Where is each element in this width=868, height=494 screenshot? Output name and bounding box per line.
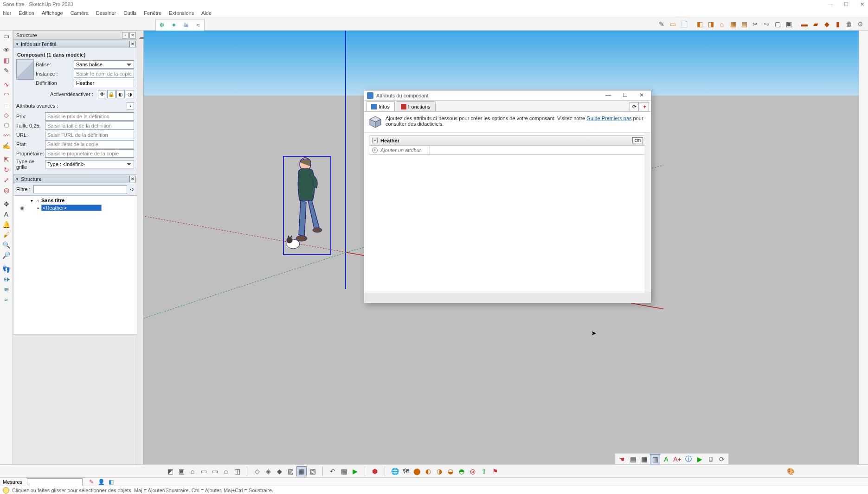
dialog-close-icon[interactable]: ✕ bbox=[633, 90, 650, 100]
pencil-icon[interactable]: ✎ bbox=[656, 19, 667, 29]
wall-orange-icon[interactable]: ▮ bbox=[833, 19, 843, 29]
pen-icon[interactable]: ✍ bbox=[1, 141, 12, 150]
dialog-settings-icon[interactable]: ✦ bbox=[640, 102, 649, 111]
geo-icon[interactable]: 🌐 bbox=[390, 466, 400, 476]
dc-refresh-icon[interactable]: ⟳ bbox=[717, 454, 727, 464]
mirror-icon[interactable]: ⇋ bbox=[761, 19, 772, 29]
eraser-icon[interactable]: ◧ bbox=[1, 56, 12, 65]
walk-icon[interactable]: 👣 bbox=[1, 264, 12, 274]
xray-icon[interactable]: ▧ bbox=[308, 466, 318, 476]
taille-input[interactable] bbox=[45, 122, 134, 130]
mes-pencil-icon[interactable]: ✎ bbox=[87, 478, 96, 486]
tray-pin-icon[interactable]: ▫ bbox=[122, 32, 129, 38]
outliner-tree[interactable]: ▾ ⌂ Sans titre ◉ ▪ <Heather> bbox=[13, 195, 137, 334]
grid-select[interactable]: Type : <indéfini> bbox=[45, 160, 134, 168]
solid-trim-icon[interactable]: ◒ bbox=[445, 466, 456, 476]
scale-icon[interactable]: ⤢ bbox=[1, 175, 12, 185]
solid-subtract-icon[interactable]: ◐ bbox=[423, 466, 433, 476]
mes-eraser-icon[interactable]: ◧ bbox=[107, 478, 115, 486]
page-icon[interactable]: 📄 bbox=[679, 19, 689, 29]
dc-selected-icon[interactable]: ▥ bbox=[650, 454, 660, 464]
pencil2-icon[interactable]: ✎ bbox=[1, 66, 12, 75]
dialog-info-link[interactable]: Guide Premiers pas bbox=[586, 115, 631, 121]
dialog-component-header[interactable]: – Heather cm bbox=[369, 135, 646, 146]
dialog-titlebar[interactable]: Attributs du composant — ☐ ✕ bbox=[364, 90, 651, 101]
target-icon[interactable]: ◎ bbox=[468, 466, 478, 476]
stack-orange-icon[interactable]: ▰ bbox=[810, 19, 821, 29]
window-maximize-icon[interactable]: ☐ bbox=[843, 1, 849, 7]
sandbox-stamp-icon[interactable]: ≈ bbox=[193, 20, 203, 30]
panel-entity-close-icon[interactable]: ✕ bbox=[129, 41, 136, 47]
layers-icon[interactable]: ≣ bbox=[1, 100, 12, 109]
toggle-visible-icon[interactable]: 👁 bbox=[98, 90, 106, 98]
dc-info-icon[interactable]: ⓘ bbox=[683, 454, 694, 464]
tray-title[interactable]: Structure ▫ ✕ bbox=[13, 31, 137, 40]
geo2-icon[interactable]: 🗺 bbox=[401, 466, 411, 476]
crop2-icon[interactable]: ▣ bbox=[784, 19, 794, 29]
solid-split-icon[interactable]: ◓ bbox=[457, 466, 467, 476]
solid-union-icon[interactable]: ⬤ bbox=[412, 466, 422, 476]
paint-icon[interactable]: 🖌 bbox=[1, 230, 12, 239]
text-icon[interactable]: A bbox=[1, 210, 12, 219]
measurements-input[interactable] bbox=[27, 478, 83, 485]
menu-affichage[interactable]: Affichage bbox=[42, 10, 63, 16]
curve-icon[interactable]: 〰 bbox=[1, 131, 12, 140]
trash-icon[interactable]: 🗑 bbox=[844, 19, 854, 29]
tree-root-row[interactable]: ▾ ⌂ Sans titre bbox=[13, 197, 137, 204]
move-cross-icon[interactable]: ✥ bbox=[1, 199, 12, 209]
solid-intersect-icon[interactable]: ◑ bbox=[434, 466, 444, 476]
crop-icon[interactable]: ▢ bbox=[772, 19, 783, 29]
sandbox-smoove-icon[interactable]: ≋ bbox=[181, 20, 191, 30]
shaded-icon[interactable]: ◆ bbox=[274, 466, 284, 476]
add-attribute-row[interactable]: + Ajouter un attribut bbox=[369, 146, 646, 155]
viewport-3d[interactable]: ➤ Attributs du composant — ☐ ✕ Infos Fon… bbox=[144, 31, 859, 477]
folder-orange-icon[interactable]: ▤ bbox=[739, 19, 749, 29]
box-orange-icon[interactable]: ◧ bbox=[694, 19, 705, 29]
pushpull-icon[interactable]: ⇱ bbox=[1, 155, 12, 164]
select-icon[interactable]: ▭ bbox=[1, 32, 12, 41]
dc-play-icon[interactable]: ▶ bbox=[694, 454, 705, 464]
dialog-refresh-icon[interactable]: ⟳ bbox=[630, 102, 639, 111]
sound-icon[interactable]: 🕪 bbox=[1, 275, 12, 284]
scenes-icon[interactable]: ▤ bbox=[339, 466, 349, 476]
left-icon[interactable]: ⌂ bbox=[221, 466, 231, 476]
panel-entity-info-header[interactable]: Infos sur l'entité ✕ bbox=[13, 40, 137, 48]
book-orange-icon[interactable]: ▬ bbox=[799, 19, 810, 29]
cube-orange-icon[interactable]: ◨ bbox=[706, 19, 716, 29]
upload-icon[interactable]: ⇧ bbox=[479, 466, 489, 476]
top-icon[interactable]: ▣ bbox=[176, 466, 186, 476]
menu-outils[interactable]: Outils bbox=[123, 10, 136, 16]
warehouse-icon[interactable]: ⬢ bbox=[370, 466, 380, 476]
collapse-icon[interactable]: – bbox=[372, 138, 378, 143]
mono-icon[interactable]: ▦ bbox=[296, 466, 307, 476]
tray-scrollbar[interactable] bbox=[137, 31, 143, 477]
dialog-scrollbar[interactable] bbox=[644, 133, 651, 293]
dc-options-icon[interactable]: ▤ bbox=[628, 454, 638, 464]
proprietaire-input[interactable] bbox=[45, 149, 134, 158]
etat-input[interactable] bbox=[45, 140, 134, 148]
filter-arrow-icon[interactable]: ➪ bbox=[130, 186, 134, 192]
prev-scene-icon[interactable]: ↶ bbox=[328, 466, 338, 476]
menu-dessiner[interactable]: Dessiner bbox=[96, 10, 116, 16]
definition-input[interactable] bbox=[74, 79, 134, 87]
window-close-icon[interactable]: ✕ bbox=[859, 1, 865, 7]
panel-structure-header[interactable]: Structure ✕ bbox=[13, 175, 137, 183]
bell-icon[interactable]: 🔔 bbox=[1, 220, 12, 229]
menu-fenetre[interactable]: Fenêtre bbox=[144, 10, 161, 16]
hidden-icon[interactable]: ◈ bbox=[263, 466, 273, 476]
menu-aide[interactable]: Aide bbox=[201, 10, 212, 16]
window-minimize-icon[interactable]: — bbox=[827, 1, 834, 7]
sandbox-contours-icon[interactable]: ❄ bbox=[157, 20, 167, 30]
sandbox-scratch-icon[interactable]: ✦ bbox=[169, 20, 179, 30]
shaded-tex-icon[interactable]: ▨ bbox=[285, 466, 296, 476]
house-orange-icon[interactable]: ⌂ bbox=[717, 19, 727, 29]
unit-badge[interactable]: cm bbox=[632, 137, 643, 143]
advanced-toggle-icon[interactable]: ▪ bbox=[127, 102, 134, 109]
dc-text-icon[interactable]: A bbox=[661, 454, 671, 464]
panel-structure-close-icon[interactable]: ✕ bbox=[129, 176, 136, 182]
layers-orange-icon[interactable]: ▦ bbox=[728, 19, 738, 29]
arc-icon[interactable]: ◠ bbox=[1, 90, 12, 99]
tab-fonctions[interactable]: Fonctions bbox=[396, 101, 436, 111]
hex-icon[interactable]: ⬡ bbox=[1, 121, 12, 130]
waves1-icon[interactable]: ≋ bbox=[1, 285, 12, 294]
